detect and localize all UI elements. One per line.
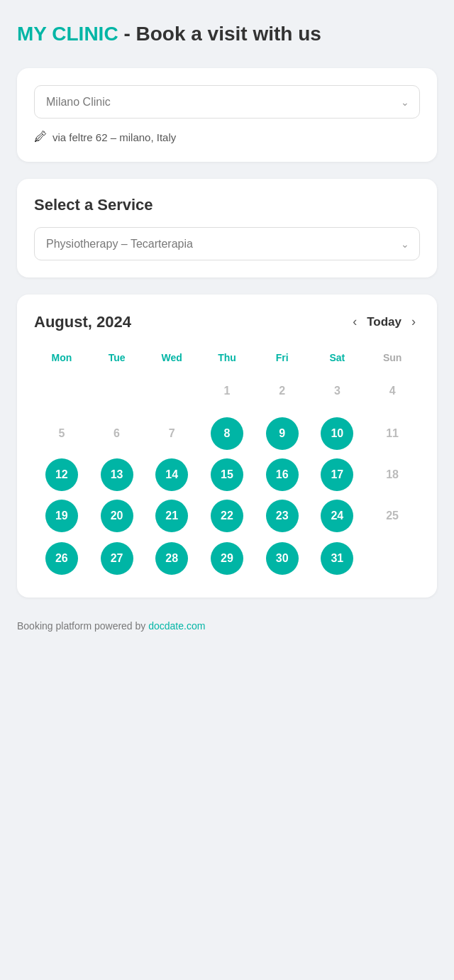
available-day[interactable]: 13: [101, 458, 133, 491]
available-day[interactable]: 31: [321, 542, 353, 575]
unavailable-day: 6: [101, 417, 133, 450]
calendar-day-cell[interactable]: 13: [89, 454, 145, 495]
weekday-sun: Sun: [365, 346, 420, 369]
calendar-day-cell[interactable]: 28: [144, 536, 199, 580]
calendar-grid: MonTueWedThuFriSatSun 123456789101112131…: [34, 346, 420, 580]
unavailable-day: 4: [376, 375, 409, 407]
unavailable-day: 3: [321, 375, 353, 407]
unavailable-day: 11: [376, 417, 409, 450]
service-select-wrapper[interactable]: Physiotherapy – TecarterapiaConsultation…: [34, 227, 420, 260]
weekday-header-row: MonTueWedThuFriSatSun: [34, 346, 420, 369]
clinic-location: 🖉 via feltre 62 – milano, Italy: [34, 130, 420, 145]
available-day[interactable]: 26: [45, 542, 78, 575]
available-day[interactable]: 8: [211, 417, 243, 450]
calendar-header: August, 2024 ‹ Today ›: [34, 312, 420, 332]
clinic-card: Milano ClinicRoma ClinicTorino Clinic ⌄ …: [17, 68, 437, 162]
calendar-day-cell: 18: [365, 454, 420, 495]
available-day[interactable]: 15: [211, 458, 243, 491]
available-day[interactable]: 27: [101, 542, 133, 575]
unavailable-day: 18: [376, 458, 409, 491]
calendar-day-cell: [144, 369, 199, 413]
calendar-day-cell[interactable]: 10: [310, 413, 365, 454]
today-button[interactable]: Today: [367, 315, 402, 329]
page-title: MY CLINIC - Book a visit with us: [17, 23, 437, 45]
available-day[interactable]: 19: [45, 500, 78, 532]
clinic-select[interactable]: Milano ClinicRoma ClinicTorino Clinic: [35, 86, 419, 118]
calendar-day-cell[interactable]: 19: [34, 495, 89, 536]
calendar-day-cell[interactable]: 16: [255, 454, 310, 495]
available-day[interactable]: 20: [101, 500, 133, 532]
calendar-day-cell: [89, 369, 145, 413]
brand-name: MY CLINIC: [17, 23, 118, 45]
service-title: Select a Service: [34, 196, 420, 214]
weekday-tue: Tue: [89, 346, 145, 369]
calendar-day-cell[interactable]: 29: [199, 536, 255, 580]
calendar-day-cell: [365, 536, 420, 580]
weekday-thu: Thu: [199, 346, 255, 369]
available-day[interactable]: 16: [266, 458, 299, 491]
service-card: Select a Service Physiotherapy – Tecarte…: [17, 179, 437, 277]
calendar-navigation: ‹ Today ›: [348, 312, 420, 332]
calendar-month-label: August, 2024: [34, 313, 131, 331]
calendar-day-cell[interactable]: 30: [255, 536, 310, 580]
empty-day: [101, 373, 133, 406]
calendar-day-cell[interactable]: 24: [310, 495, 365, 536]
footer: Booking platform powered by docdate.com: [17, 620, 437, 632]
unavailable-day: 7: [155, 417, 188, 450]
calendar-day-cell: 1: [199, 369, 255, 413]
weekday-wed: Wed: [144, 346, 199, 369]
calendar-week-row: 1234: [34, 369, 420, 413]
next-month-button[interactable]: ›: [407, 312, 420, 332]
service-select[interactable]: Physiotherapy – TecarterapiaConsultation…: [35, 228, 419, 260]
calendar-week-row: 19202122232425: [34, 495, 420, 536]
page-subtitle: - Book a visit with us: [118, 23, 321, 45]
calendar-day-cell[interactable]: 22: [199, 495, 255, 536]
available-day[interactable]: 21: [155, 500, 188, 532]
clinic-select-wrapper[interactable]: Milano ClinicRoma ClinicTorino Clinic ⌄: [34, 85, 420, 119]
calendar-day-cell: 3: [310, 369, 365, 413]
available-day[interactable]: 12: [45, 458, 78, 491]
footer-text: Booking platform powered by: [17, 620, 148, 632]
unavailable-day: 1: [211, 375, 243, 407]
available-day[interactable]: 30: [266, 542, 299, 575]
weekday-mon: Mon: [34, 346, 89, 369]
calendar-day-cell[interactable]: 9: [255, 413, 310, 454]
calendar-day-cell: 5: [34, 413, 89, 454]
calendar-day-cell[interactable]: 17: [310, 454, 365, 495]
calendar-week-row: 12131415161718: [34, 454, 420, 495]
available-day[interactable]: 24: [321, 500, 353, 532]
unavailable-day: 5: [45, 417, 78, 450]
calendar-day-cell[interactable]: 31: [310, 536, 365, 580]
page-header: MY CLINIC - Book a visit with us: [17, 23, 437, 45]
available-day[interactable]: 10: [321, 417, 353, 450]
calendar-day-cell: [34, 369, 89, 413]
calendar-day-cell[interactable]: 20: [89, 495, 145, 536]
calendar-day-cell[interactable]: 14: [144, 454, 199, 495]
calendar-day-cell[interactable]: 23: [255, 495, 310, 536]
available-day[interactable]: 14: [155, 458, 188, 491]
calendar-day-cell: 25: [365, 495, 420, 536]
available-day[interactable]: 17: [321, 458, 353, 491]
footer-link[interactable]: docdate.com: [148, 620, 205, 632]
weekday-fri: Fri: [255, 346, 310, 369]
calendar-day-cell[interactable]: 15: [199, 454, 255, 495]
available-day[interactable]: 9: [266, 417, 299, 450]
calendar-body: 1234567891011121314151617181920212223242…: [34, 369, 420, 580]
available-day[interactable]: 22: [211, 500, 243, 532]
calendar-day-cell[interactable]: 27: [89, 536, 145, 580]
calendar-week-row: 567891011: [34, 413, 420, 454]
available-day[interactable]: 29: [211, 542, 243, 575]
available-day[interactable]: 23: [266, 500, 299, 532]
empty-day: [155, 373, 188, 406]
calendar-day-cell[interactable]: 21: [144, 495, 199, 536]
calendar-day-cell: 4: [365, 369, 420, 413]
empty-day: [376, 541, 409, 573]
calendar-day-cell[interactable]: 26: [34, 536, 89, 580]
calendar-day-cell[interactable]: 12: [34, 454, 89, 495]
prev-month-button[interactable]: ‹: [348, 312, 361, 332]
calendar-week-row: 262728293031: [34, 536, 420, 580]
location-icon: 🖉: [34, 130, 47, 145]
calendar-day-cell: 7: [144, 413, 199, 454]
calendar-day-cell[interactable]: 8: [199, 413, 255, 454]
available-day[interactable]: 28: [155, 542, 188, 575]
